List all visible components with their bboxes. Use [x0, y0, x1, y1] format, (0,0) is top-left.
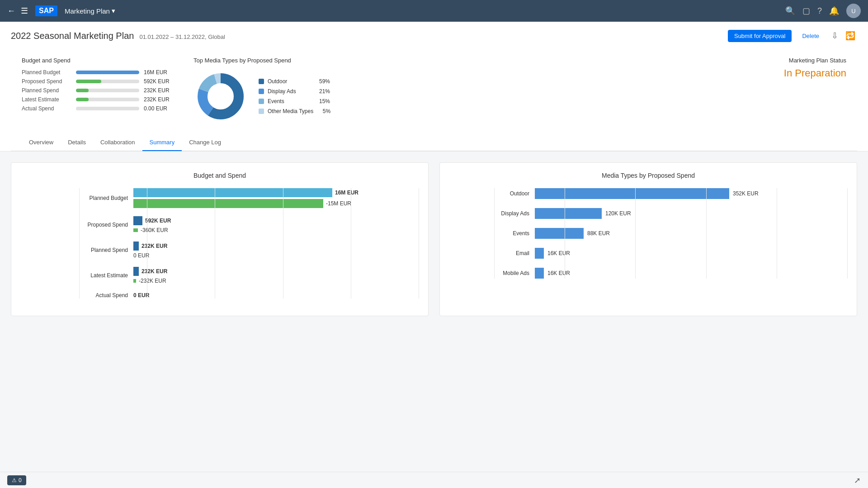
- bar-positive-latest-estimate: 232K EUR: [133, 267, 419, 276]
- media-label-events: Events: [494, 230, 535, 237]
- actual-spend-label: Actual Spend: [22, 105, 71, 112]
- planned-spend-value: 232K EUR: [144, 87, 175, 94]
- bar-label-planned-spend: Planned Spend: [79, 247, 133, 253]
- media-value-events: 88K EUR: [587, 230, 610, 237]
- media-bar-events: Events 88K EUR: [494, 228, 848, 239]
- bar-value-latest-estimate-positive: 232K EUR: [142, 268, 167, 275]
- bar-value-latest-estimate-negative: -232K EUR: [139, 278, 166, 284]
- budget-row-planned: Planned Budget 16M EUR: [22, 69, 175, 76]
- proposed-spend-value: 592K EUR: [144, 78, 175, 85]
- tab-details[interactable]: Details: [61, 134, 93, 151]
- back-button[interactable]: ←: [7, 6, 15, 16]
- actual-spend-bar: [76, 107, 139, 110]
- media-bar-email: Email 16K EUR: [494, 248, 848, 259]
- status-label: Marketing Plan Status: [729, 57, 846, 64]
- bar-row-latest-estimate: Latest Estimate 232K EUR -232K EUR: [79, 267, 419, 284]
- overview-section: Budget and Spend Planned Budget 16M EUR …: [11, 50, 857, 134]
- bar-fill-proposed-spend-positive: [133, 216, 142, 225]
- bar-row-actual-spend: Actual Spend 0 EUR: [79, 292, 419, 298]
- media-types-block: Top Media Types by Proposed Spend: [193, 57, 711, 123]
- layout-icon[interactable]: ▢: [802, 6, 810, 16]
- share-button[interactable]: 🔁: [844, 29, 857, 43]
- status-block: Marketing Plan Status In Preparation: [729, 57, 846, 123]
- media-types-chart-section: Media Types by Proposed Spend Outdoor 35…: [439, 162, 857, 316]
- tab-summary[interactable]: Summary: [142, 134, 182, 151]
- planned-budget-bar: [76, 71, 139, 74]
- legend-dot-events: [259, 99, 264, 104]
- latest-estimate-value: 232K EUR: [144, 96, 175, 103]
- bar-value-planned-spend-negative: 0 EUR: [133, 252, 149, 259]
- user-avatar[interactable]: U: [846, 4, 861, 18]
- media-fill-display-ads: [535, 208, 602, 219]
- proposed-spend-label: Proposed Spend: [22, 78, 71, 85]
- budget-block: Budget and Spend Planned Budget 16M EUR …: [22, 57, 175, 123]
- bar-value-actual-spend: 0 EUR: [133, 292, 149, 298]
- bar-row-planned-spend: Planned Spend 232K EUR 0 EUR: [79, 242, 419, 259]
- legend-other-media: Other Media Types 5%: [259, 108, 330, 114]
- media-chart-title: Media Types by Proposed Spend: [449, 172, 848, 179]
- top-navigation: ← ☰ SAP Marketing Plan ▾ 🔍 ▢ ? 🔔 U: [0, 0, 868, 22]
- legend-display-ads: Display Ads 21%: [259, 88, 330, 95]
- bar-bars-planned-budget: 16M EUR -15M EUR: [133, 188, 419, 208]
- nav-action-area: 🔍 ▢ ? 🔔 U: [785, 4, 861, 18]
- tab-collaboration[interactable]: Collaboration: [93, 134, 142, 151]
- status-value: In Preparation: [729, 67, 846, 79]
- submit-for-approval-button[interactable]: Submit for Approval: [728, 30, 792, 42]
- tab-changelog[interactable]: Change Log: [182, 134, 228, 151]
- bar-positive-planned-budget: 16M EUR: [133, 188, 419, 197]
- planned-budget-label: Planned Budget: [22, 69, 71, 76]
- legend-label-outdoor: Outdoor: [268, 78, 313, 85]
- budget-chart-title: Budget and Spend: [20, 172, 419, 179]
- bar-fill-planned-spend-positive: [133, 242, 139, 251]
- legend-outdoor: Outdoor 59%: [259, 78, 330, 85]
- delete-button[interactable]: Delete: [795, 29, 826, 43]
- legend-pct-outdoor: 59%: [316, 78, 330, 85]
- bar-label-latest-estimate: Latest Estimate: [79, 272, 133, 279]
- media-label-outdoor: Outdoor: [494, 190, 535, 197]
- dropdown-icon[interactable]: ▾: [112, 7, 115, 15]
- bar-bars-actual-spend: 0 EUR: [133, 292, 419, 298]
- donut-chart: [193, 69, 248, 123]
- bar-row-planned-budget: Planned Budget 16M EUR -15M EUR: [79, 188, 419, 208]
- media-bar-mobile-ads: Mobile Ads 16K EUR: [494, 268, 848, 279]
- notifications-icon[interactable]: 🔔: [829, 6, 839, 16]
- page-header: 2022 Seasonal Marketing Plan 01.01.2022 …: [0, 22, 868, 152]
- media-value-mobile-ads: 16K EUR: [547, 270, 570, 276]
- media-fill-mobile-ads: [535, 268, 544, 279]
- planned-spend-label: Planned Spend: [22, 87, 71, 94]
- donut-container: Outdoor 59% Display Ads 21% Events 15%: [193, 69, 711, 123]
- media-fill-outdoor: [535, 188, 729, 199]
- sap-logo: SAP: [35, 5, 57, 16]
- bar-positive-planned-spend: 232K EUR: [133, 242, 419, 251]
- media-fill-events: [535, 228, 584, 239]
- planned-budget-value: 16M EUR: [144, 69, 175, 76]
- bar-label-actual-spend: Actual Spend: [79, 292, 133, 298]
- bar-negative-proposed-spend: -360K EUR: [133, 227, 419, 233]
- latest-estimate-bar: [76, 98, 139, 101]
- media-value-display-ads: 120K EUR: [605, 210, 631, 217]
- page-title: 2022 Seasonal Marketing Plan: [11, 31, 134, 41]
- content-area: Budget and Spend Planned Budget 16M EUR: [0, 152, 868, 327]
- budget-row-latest: Latest Estimate 232K EUR: [22, 96, 175, 103]
- bar-label-planned-budget: Planned Budget: [79, 195, 133, 201]
- media-section-label: Top Media Types by Proposed Spend: [193, 57, 711, 64]
- app-title: Marketing Plan ▾: [65, 7, 115, 15]
- search-icon[interactable]: 🔍: [785, 6, 795, 16]
- budget-row-actual: Actual Spend 0.00 EUR: [22, 105, 175, 112]
- download-button[interactable]: ⇩: [830, 29, 840, 43]
- page-header-top: 2022 Seasonal Marketing Plan 01.01.2022 …: [11, 29, 857, 43]
- media-bar-display-ads: Display Ads 120K EUR: [494, 208, 848, 219]
- bar-value-proposed-spend-negative: -360K EUR: [141, 227, 168, 233]
- bar-bars-planned-spend: 232K EUR 0 EUR: [133, 242, 419, 259]
- bar-fill-latest-estimate-positive: [133, 267, 139, 276]
- header-actions: Submit for Approval Delete ⇩ 🔁: [728, 29, 857, 43]
- help-icon[interactable]: ?: [817, 6, 822, 16]
- bar-fill-planned-budget-negative: [133, 199, 323, 208]
- media-label-display-ads: Display Ads: [494, 210, 535, 217]
- bar-value-planned-budget-positive: 16M EUR: [335, 190, 359, 196]
- bar-value-planned-budget-negative: -15M EUR: [326, 200, 351, 207]
- bar-fill-planned-budget-positive: [133, 188, 332, 197]
- media-bar-outdoor: Outdoor 352K EUR: [494, 188, 848, 199]
- menu-icon[interactable]: ☰: [21, 6, 28, 16]
- tab-overview[interactable]: Overview: [22, 134, 61, 151]
